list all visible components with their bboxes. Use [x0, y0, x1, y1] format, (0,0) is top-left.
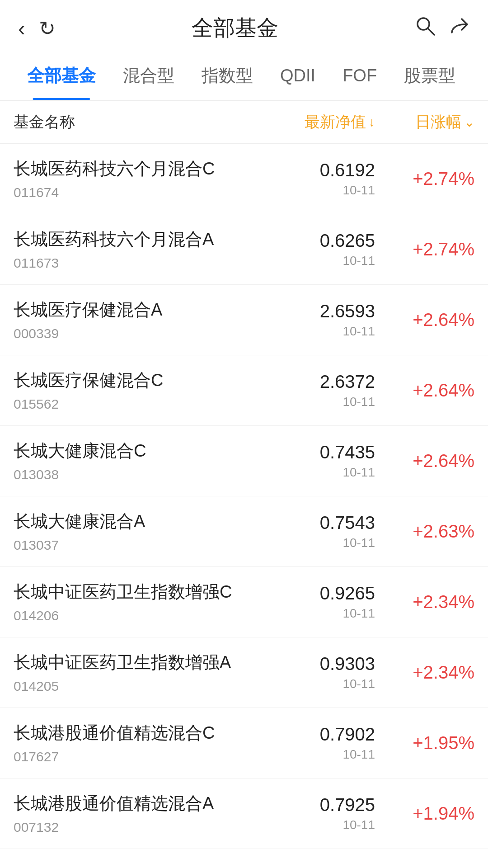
fund-change-col: +2.64% — [375, 451, 474, 471]
fund-nav-value: 0.6192 — [258, 160, 375, 180]
fund-change-col: +2.64% — [375, 310, 474, 330]
col-nav-header[interactable]: 最新净值 ↓ — [258, 112, 375, 132]
table-row[interactable]: 长城中证医药卫生指数增强A 014205 0.9303 10-11 +2.34% — [0, 637, 488, 708]
fund-nav-value: 0.9303 — [258, 654, 375, 674]
fund-nav-date: 10-11 — [258, 677, 375, 691]
fund-nav-col: 0.7543 10-11 — [258, 513, 375, 550]
nav-bar: ‹ ↻ 全部基金 — [0, 0, 488, 52]
fund-nav-col: 2.6593 10-11 — [258, 301, 375, 339]
fund-name: 长城医疗保健混合A — [14, 298, 258, 321]
table-row[interactable]: 长城大健康混合A 013037 0.7543 10-11 +2.63% — [0, 496, 488, 567]
table-row[interactable]: 长城医疗保健混合A 000339 2.6593 10-11 +2.64% — [0, 285, 488, 355]
fund-change: +2.34% — [413, 662, 474, 682]
fund-change-col: +2.34% — [375, 592, 474, 612]
fund-info: 长城医药科技六个月混合A 011673 — [14, 228, 258, 271]
fund-code: 013037 — [14, 538, 258, 553]
fund-info: 长城医药科技六个月混合C 011674 — [14, 157, 258, 200]
fund-name: 长城医疗保健混合C — [14, 369, 258, 392]
fund-change: +2.74% — [413, 169, 474, 189]
fund-nav-date: 10-11 — [258, 536, 375, 550]
fund-change-col: +2.64% — [375, 380, 474, 401]
back-icon[interactable]: ‹ — [18, 16, 25, 41]
fund-code: 000339 — [14, 326, 258, 341]
fund-code: 013038 — [14, 467, 258, 482]
change-sort-icon: ⌄ — [464, 115, 474, 130]
table-row[interactable]: 长城医药科技六个月混合C 011674 0.6192 10-11 +2.74% — [0, 144, 488, 214]
fund-nav-value: 0.7925 — [258, 795, 375, 815]
fund-nav-value: 0.7435 — [258, 442, 375, 462]
fund-name: 长城港股通价值精选混合C — [14, 722, 258, 745]
fund-nav-date: 10-11 — [258, 818, 375, 832]
fund-code: 011673 — [14, 255, 258, 271]
table-row[interactable]: 长城医疗保健混合C 015562 2.6372 10-11 +2.64% — [0, 355, 488, 426]
table-header: 基金名称 最新净值 ↓ 日涨幅 ⌄ — [0, 101, 488, 144]
fund-nav-value: 2.6593 — [258, 301, 375, 321]
tab-qdii[interactable]: QDII — [267, 53, 329, 98]
refresh-icon[interactable]: ↻ — [39, 17, 56, 40]
fund-code: 007132 — [14, 820, 258, 835]
fund-nav-col: 0.7902 10-11 — [258, 724, 375, 762]
fund-nav-value: 2.6372 — [258, 372, 375, 392]
fund-info: 长城大健康混合A 013037 — [14, 510, 258, 553]
fund-name: 长城大健康混合C — [14, 439, 258, 462]
fund-nav-date: 10-11 — [258, 324, 375, 339]
search-icon[interactable] — [415, 15, 436, 41]
svg-line-1 — [428, 28, 434, 35]
tab-index[interactable]: 指数型 — [188, 52, 267, 100]
fund-change-col: +2.74% — [375, 169, 474, 189]
fund-nav-date: 10-11 — [258, 183, 375, 198]
fund-name: 长城医药科技六个月混合A — [14, 228, 258, 251]
tab-mixed[interactable]: 混合型 — [109, 52, 188, 100]
table-row[interactable]: 长城医药科技六个月混合A 011673 0.6265 10-11 +2.74% — [0, 214, 488, 285]
col-name-header: 基金名称 — [14, 112, 258, 132]
table-row[interactable]: 长城港股通价值精选混合C 017627 0.7902 10-11 +1.95% — [0, 708, 488, 778]
fund-nav-col: 0.6265 10-11 — [258, 231, 375, 268]
tab-stock[interactable]: 股票型 — [390, 52, 469, 100]
fund-code: 014206 — [14, 608, 258, 623]
fund-change: +1.94% — [413, 803, 474, 823]
fund-code: 011674 — [14, 185, 258, 200]
fund-code: 017627 — [14, 749, 258, 764]
fund-change-col: +1.95% — [375, 733, 474, 753]
fund-nav-col: 0.7435 10-11 — [258, 442, 375, 480]
fund-nav-col: 0.9265 10-11 — [258, 583, 375, 621]
page-title: 全部基金 — [56, 14, 415, 42]
table-row[interactable]: 长城港股通价值精选混合A 007132 0.7925 10-11 +1.94% — [0, 778, 488, 849]
fund-info: 长城港股通价值精选混合A 007132 — [14, 792, 258, 835]
tab-bar: 全部基金 混合型 指数型 QDII FOF 股票型 — [0, 52, 488, 101]
fund-change-col: +2.74% — [375, 239, 474, 259]
table-row[interactable]: 长城大健康混合C 013038 0.7435 10-11 +2.64% — [0, 426, 488, 496]
fund-nav-col: 2.6372 10-11 — [258, 372, 375, 409]
fund-list: 长城医药科技六个月混合C 011674 0.6192 10-11 +2.74% … — [0, 144, 488, 849]
fund-nav-value: 0.7543 — [258, 513, 375, 533]
fund-change: +2.34% — [413, 592, 474, 612]
fund-name: 长城大健康混合A — [14, 510, 258, 533]
fund-nav-col: 0.7925 10-11 — [258, 795, 375, 832]
nav-right — [415, 15, 470, 41]
tab-all[interactable]: 全部基金 — [14, 52, 109, 100]
col-change-header[interactable]: 日涨幅 ⌄ — [375, 112, 474, 132]
fund-code: 015562 — [14, 396, 258, 412]
nav-sort-icon: ↓ — [369, 115, 375, 129]
fund-nav-col: 0.6192 10-11 — [258, 160, 375, 198]
fund-name: 长城港股通价值精选混合A — [14, 792, 258, 815]
fund-change: +2.64% — [413, 310, 474, 330]
table-row[interactable]: 长城中证医药卫生指数增强C 014206 0.9265 10-11 +2.34% — [0, 567, 488, 637]
share-icon[interactable] — [449, 15, 470, 41]
fund-change: +2.74% — [413, 239, 474, 259]
fund-nav-col: 0.9303 10-11 — [258, 654, 375, 691]
fund-change: +1.95% — [413, 733, 474, 753]
fund-info: 长城医疗保健混合C 015562 — [14, 369, 258, 412]
fund-nav-date: 10-11 — [258, 254, 375, 268]
fund-code: 014205 — [14, 679, 258, 694]
fund-info: 长城大健康混合C 013038 — [14, 439, 258, 482]
nav-left: ‹ ↻ — [18, 16, 56, 41]
fund-nav-date: 10-11 — [258, 747, 375, 762]
tab-fof[interactable]: FOF — [329, 53, 390, 98]
fund-info: 长城中证医药卫生指数增强C 014206 — [14, 580, 258, 623]
fund-change-col: +1.94% — [375, 803, 474, 824]
fund-name: 长城医药科技六个月混合C — [14, 157, 258, 180]
fund-info: 长城中证医药卫生指数增强A 014205 — [14, 651, 258, 694]
fund-nav-value: 0.9265 — [258, 583, 375, 604]
fund-name: 长城中证医药卫生指数增强C — [14, 580, 258, 604]
